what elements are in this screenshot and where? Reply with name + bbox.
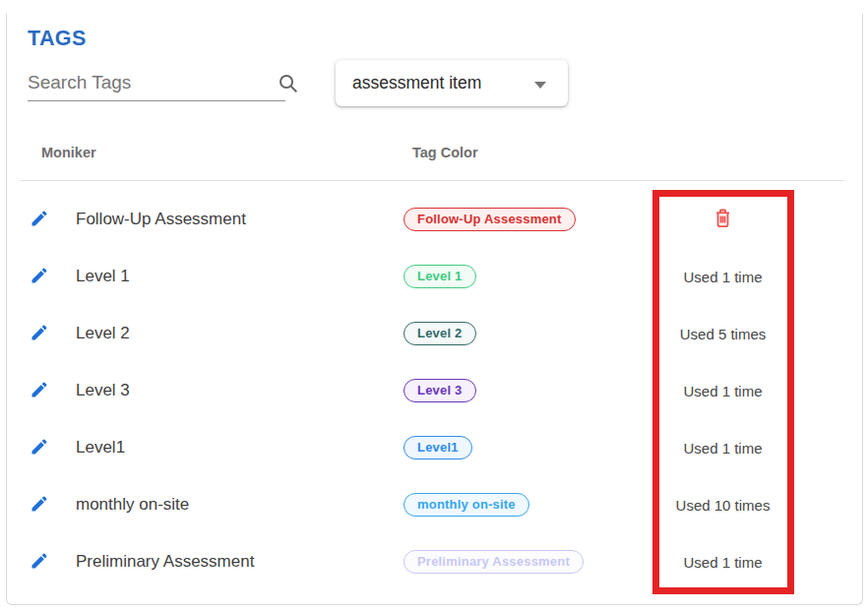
tag-color-pill: Level 2 (403, 322, 476, 345)
search-input[interactable] (28, 72, 269, 93)
pencil-icon (30, 551, 49, 574)
tag-type-dropdown-value: assessment item (352, 73, 481, 93)
usage-count: Used 1 time (652, 440, 793, 457)
column-header-moniker: Moniker (41, 145, 96, 160)
column-header-tag-color: Tag Color (412, 145, 478, 160)
tag-moniker: Follow-Up Assessment (76, 210, 403, 229)
usage-count: Used 5 times (652, 326, 793, 342)
tag-moniker: monthly on-site (76, 495, 403, 515)
tag-type-dropdown[interactable]: assessment item (336, 60, 568, 106)
tag-moniker: Preliminary Assessment (76, 552, 403, 572)
usage-count: Used 10 times (652, 497, 793, 514)
table-row: monthly on-site monthly on-site Used 10 … (28, 476, 793, 533)
tag-color-pill: Level1 (403, 436, 472, 459)
chevron-down-icon (534, 82, 546, 89)
edit-tag-button[interactable] (28, 437, 53, 459)
edit-tag-button[interactable] (28, 380, 53, 402)
table-row: Level 3 Level 3 Used 1 time (28, 362, 793, 419)
edit-tag-button[interactable] (28, 209, 53, 231)
tag-moniker: Level1 (76, 438, 403, 458)
search-field[interactable] (28, 65, 285, 101)
edit-tag-button[interactable] (28, 323, 53, 345)
tag-moniker: Level 2 (76, 324, 403, 343)
pencil-icon (30, 437, 49, 459)
usage-count: Used 1 time (652, 554, 793, 571)
table-row: Preliminary Assessment Preliminary Asses… (28, 533, 793, 590)
table-row: Level 2 Level 2 Used 5 times (28, 305, 793, 362)
tag-color-pill: Level 1 (403, 265, 476, 288)
table-header-divider (20, 180, 844, 181)
tag-color-pill: Follow-Up Assessment (403, 208, 576, 231)
tag-color-pill: monthly on-site (403, 493, 529, 517)
pencil-icon (30, 266, 49, 288)
pencil-icon (30, 380, 49, 402)
search-icon[interactable] (277, 72, 299, 94)
usage-count: Used 1 time (652, 383, 793, 399)
tag-moniker: Level 3 (76, 381, 403, 400)
page-title: TAGS (28, 27, 87, 51)
tag-table: Follow-Up Assessment Follow-Up Assessmen… (28, 191, 793, 590)
table-row: Level1 Level1 Used 1 time (28, 419, 793, 476)
edit-tag-button[interactable] (28, 494, 53, 517)
tag-color-pill: Level 3 (403, 379, 476, 402)
table-row: Follow-Up Assessment Follow-Up Assessmen… (28, 191, 793, 248)
delete-tag-button[interactable] (711, 205, 735, 234)
tag-color-pill: Preliminary Assessment (403, 550, 584, 574)
trash-icon (713, 207, 733, 232)
pencil-icon (30, 494, 49, 517)
edit-tag-button[interactable] (28, 266, 53, 288)
pencil-icon (30, 323, 49, 345)
pencil-icon (30, 209, 49, 231)
usage-count: Used 1 time (652, 269, 793, 285)
table-row: Level 1 Level 1 Used 1 time (28, 248, 793, 305)
edit-tag-button[interactable] (28, 551, 53, 574)
tag-moniker: Level 1 (76, 267, 403, 286)
